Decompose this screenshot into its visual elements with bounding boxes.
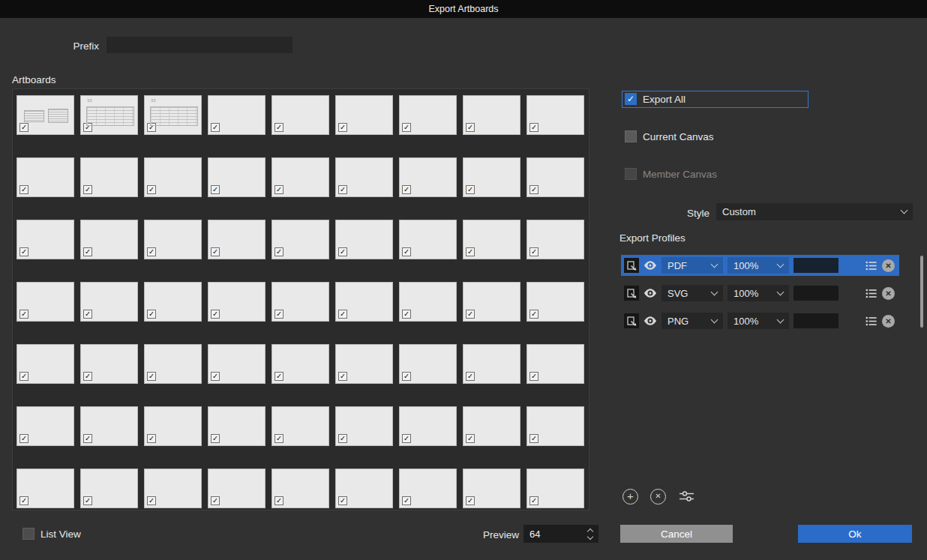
artboard-checkbox[interactable]: ✓: [147, 372, 156, 381]
artboard-checkbox[interactable]: ✓: [274, 434, 284, 443]
add-profile-icon[interactable]: +: [622, 489, 638, 505]
artboard-checkbox[interactable]: ✓: [338, 123, 347, 132]
artboard-thumbnail[interactable]: ✓: [272, 344, 329, 384]
artboard-thumbnail[interactable]: ✓: [399, 157, 457, 197]
artboard-checkbox[interactable]: ✓: [83, 372, 92, 381]
scale-dropdown[interactable]: 100%: [728, 257, 789, 274]
format-dropdown[interactable]: SVG: [662, 285, 723, 301]
artboard-checkbox[interactable]: ✓: [338, 247, 347, 256]
artboard-thumbnail[interactable]: ✓: [16, 469, 74, 508]
profiles-scrollbar[interactable]: [920, 256, 923, 328]
artboard-checkbox[interactable]: ✓: [211, 496, 220, 505]
remove-profile-icon[interactable]: ✕: [882, 315, 895, 328]
artboard-thumbnail[interactable]: ✓: [463, 220, 520, 259]
artboard-thumbnail[interactable]: ✓: [16, 282, 74, 322]
artboard-checkbox[interactable]: ✓: [338, 185, 347, 194]
profile-name-input[interactable]: [794, 258, 838, 273]
artboard-thumbnail[interactable]: ✓: [144, 157, 202, 197]
artboard-thumbnail[interactable]: ✓: [526, 95, 584, 135]
artboard-checkbox[interactable]: ✓: [147, 247, 156, 256]
format-dropdown[interactable]: PDF: [662, 257, 723, 274]
export-persona-icon[interactable]: [624, 286, 639, 301]
artboard-checkbox[interactable]: ✓: [147, 434, 156, 443]
artboard-thumbnail[interactable]: ✓: [16, 406, 74, 446]
artboard-checkbox[interactable]: ✓: [211, 372, 220, 381]
export-profile-row[interactable]: PNG 100% ✕: [621, 310, 899, 331]
artboard-checkbox[interactable]: ✓: [83, 496, 92, 505]
artboard-checkbox[interactable]: ✓: [466, 434, 475, 443]
artboard-thumbnail[interactable]: ✓: [335, 157, 393, 197]
artboard-thumbnail[interactable]: ✓: [335, 406, 393, 446]
artboard-thumbnail[interactable]: ✓: [463, 469, 520, 508]
artboard-checkbox[interactable]: ✓: [20, 310, 28, 319]
artboard-thumbnail[interactable]: ✓: [144, 469, 202, 508]
remove-profile-icon[interactable]: ✕: [882, 259, 895, 272]
artboard-checkbox[interactable]: ✓: [211, 434, 220, 443]
artboard-thumbnail[interactable]: ✓: [335, 282, 393, 322]
artboard-thumbnail[interactable]: ✓: [16, 95, 74, 135]
preview-size-stepper[interactable]: [524, 525, 598, 543]
artboard-thumbnail[interactable]: ✓: [80, 282, 138, 322]
artboard-checkbox[interactable]: ✓: [20, 123, 28, 132]
artboard-checkbox[interactable]: ✓: [402, 185, 411, 194]
artboard-thumbnail[interactable]: ✓: [335, 95, 393, 135]
artboard-thumbnail[interactable]: ✓: [463, 157, 520, 197]
detail-settings-icon[interactable]: [864, 259, 878, 272]
artboard-checkbox[interactable]: ✓: [147, 496, 156, 505]
artboard-checkbox[interactable]: ✓: [211, 123, 220, 132]
artboard-checkbox[interactable]: ✓: [338, 434, 347, 443]
artboard-checkbox[interactable]: ✓: [530, 434, 538, 443]
artboard-checkbox[interactable]: ✓: [20, 496, 28, 505]
artboard-thumbnail[interactable]: ✓: [208, 469, 266, 508]
remove-profile-icon[interactable]: ✕: [882, 287, 895, 300]
artboard-thumbnail[interactable]: ✓: [272, 469, 329, 508]
artboard-checkbox[interactable]: ✓: [274, 310, 284, 319]
artboard-thumbnail[interactable]: ✓: [80, 406, 138, 446]
detail-settings-icon[interactable]: [864, 286, 878, 300]
profile-name-input[interactable]: [794, 313, 838, 328]
artboard-thumbnail[interactable]: ✓: [80, 157, 138, 197]
export-all-checkbox[interactable]: ✓: [625, 93, 637, 105]
artboard-thumbnail[interactable]: ✓: [144, 406, 202, 446]
artboard-checkbox[interactable]: ✓: [530, 185, 538, 194]
artboard-thumbnail[interactable]: ✓: [272, 157, 329, 197]
artboard-checkbox[interactable]: ✓: [274, 123, 284, 132]
scale-dropdown[interactable]: 100%: [728, 285, 789, 301]
artboard-thumbnail[interactable]: ✓: [208, 344, 266, 384]
artboard-thumbnail[interactable]: ✓: [399, 282, 457, 322]
artboard-thumbnail[interactable]: ✓: [144, 220, 202, 259]
artboard-checkbox[interactable]: ✓: [402, 247, 411, 256]
artboard-checkbox[interactable]: ✓: [211, 185, 220, 194]
profile-options-sliders-icon[interactable]: [678, 488, 694, 505]
artboard-thumbnail[interactable]: ✓: [526, 157, 584, 197]
artboard-thumbnail[interactable]: ✓: [526, 406, 584, 446]
artboard-checkbox[interactable]: ✓: [466, 123, 475, 132]
detail-settings-icon[interactable]: [864, 314, 878, 328]
artboard-thumbnail[interactable]: ✓: [272, 406, 329, 446]
artboard-thumbnail[interactable]: ✓: [463, 282, 520, 322]
artboard-thumbnail[interactable]: ✓: [399, 344, 457, 384]
list-view-option[interactable]: List View: [22, 528, 81, 540]
artboard-checkbox[interactable]: ✓: [338, 372, 347, 381]
scale-dropdown[interactable]: 100%: [728, 313, 789, 329]
artboard-checkbox[interactable]: ✓: [530, 496, 538, 505]
artboard-thumbnail[interactable]: ✓: [208, 406, 266, 446]
artboard-checkbox[interactable]: ✓: [211, 247, 220, 256]
artboard-checkbox[interactable]: ✓: [402, 310, 411, 319]
artboard-checkbox[interactable]: ✓: [83, 185, 92, 194]
artboard-thumbnail[interactable]: ✓: [16, 344, 74, 384]
artboard-checkbox[interactable]: ✓: [402, 496, 411, 505]
artboard-checkbox[interactable]: ✓: [530, 310, 538, 319]
artboard-thumbnail[interactable]: ✓: [335, 469, 393, 508]
artboard-thumbnail[interactable]: ✓: [526, 220, 584, 259]
export-all-option[interactable]: ✓ Export All: [625, 93, 686, 105]
cancel-button[interactable]: Cancel: [620, 525, 733, 543]
stepper-arrows[interactable]: [588, 529, 598, 539]
artboard-thumbnail[interactable]: ✓: [335, 220, 393, 259]
export-persona-icon[interactable]: [624, 258, 639, 273]
artboard-checkbox[interactable]: ✓: [274, 185, 284, 194]
artboard-checkbox[interactable]: ✓: [466, 247, 475, 256]
export-profile-row[interactable]: SVG 100% ✕: [621, 283, 899, 304]
dialog-titlebar[interactable]: Export Artboards: [0, 0, 927, 18]
profile-name-input[interactable]: [794, 286, 838, 301]
